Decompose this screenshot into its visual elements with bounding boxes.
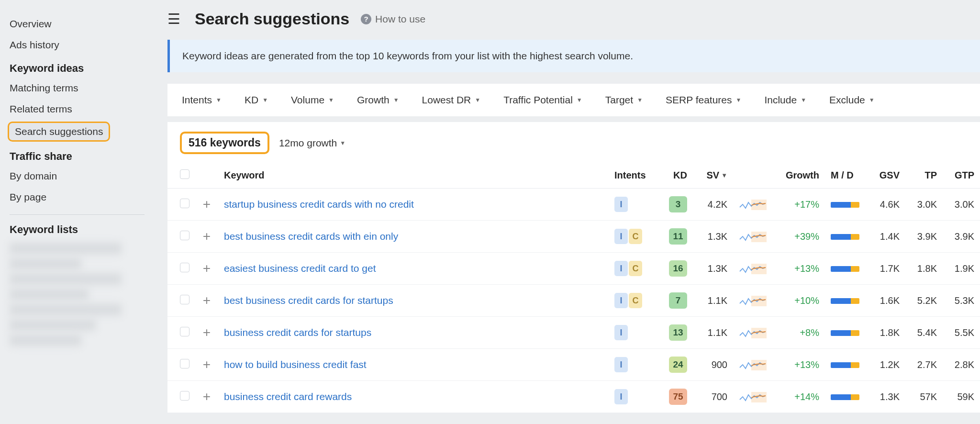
sparkline-icon (739, 390, 767, 403)
help-icon[interactable]: ? (361, 14, 371, 24)
table-row: +best business credit cards with ein onl… (167, 221, 980, 253)
col-kd[interactable]: KD (657, 163, 693, 189)
sidebar-item-by-domain[interactable]: By domain (10, 166, 153, 187)
col-sv[interactable]: SV▼ (693, 163, 733, 189)
row-checkbox[interactable] (180, 391, 189, 401)
row-checkbox[interactable] (180, 295, 189, 304)
expand-icon[interactable]: + (201, 229, 212, 244)
filter-target[interactable]: Target▼ (605, 94, 643, 106)
md-bar (831, 202, 859, 208)
filter-label: Exclude (829, 94, 865, 106)
how-to-use-link[interactable]: How to use (375, 13, 425, 25)
md-bar (831, 330, 859, 336)
gtp-value: 1.9K (943, 253, 980, 285)
growth-value: +39% (794, 231, 819, 242)
md-bar (831, 394, 859, 400)
sidebar-item-ads-history[interactable]: Ads history (10, 34, 153, 56)
growth-value: +8% (800, 327, 819, 338)
sparkline-icon (739, 326, 767, 339)
kd-badge: 24 (669, 357, 687, 373)
filter-traffic-potential[interactable]: Traffic Potential▼ (503, 94, 582, 106)
expand-icon[interactable]: + (201, 261, 212, 276)
row-checkbox[interactable] (180, 327, 189, 336)
intent-badge-c: C (629, 261, 642, 276)
sidebar-item-matching-terms[interactable]: Matching terms (10, 78, 153, 99)
page-title: Search suggestions (195, 10, 349, 28)
sidebar: Overview Ads history Keyword ideas Match… (0, 0, 153, 424)
md-bar (831, 298, 859, 304)
keyword-link[interactable]: best business credit cards for startups (224, 295, 393, 306)
filter-serp-features[interactable]: SERP features▼ (666, 94, 741, 106)
table-row: +startup business credit cards with no c… (167, 189, 980, 221)
growth-value: +17% (794, 199, 819, 210)
col-gsv[interactable]: GSV (868, 163, 905, 189)
gtp-value: 3.9K (943, 221, 980, 253)
sidebar-heading-keyword-ideas: Keyword ideas (10, 56, 153, 78)
sparkline-icon (739, 358, 767, 371)
col-keyword[interactable]: Keyword (218, 163, 609, 189)
filter-volume[interactable]: Volume▼ (291, 94, 334, 106)
col-md[interactable]: M / D (825, 163, 868, 189)
keyword-link[interactable]: easiest business credit card to get (224, 263, 376, 274)
gsv-value: 1.7K (868, 253, 905, 285)
chevron-down-icon: ▼ (577, 97, 582, 103)
filter-exclude[interactable]: Exclude▼ (829, 94, 875, 106)
sort-desc-icon: ▼ (721, 172, 727, 179)
hamburger-icon[interactable]: ☰ (167, 11, 180, 27)
sidebar-item-related-terms[interactable]: Related terms (10, 99, 153, 120)
filter-label: Lowest DR (422, 94, 471, 106)
col-gtp[interactable]: GTP (943, 163, 980, 189)
sidebar-heading-traffic-share: Traffic share (10, 144, 153, 166)
select-all-checkbox[interactable] (180, 169, 189, 179)
row-checkbox[interactable] (180, 199, 189, 208)
md-bar (831, 362, 859, 368)
keyword-link[interactable]: how to build business credit fast (224, 359, 367, 370)
row-checkbox[interactable] (180, 359, 189, 368)
md-bar (831, 266, 859, 272)
expand-icon[interactable]: + (201, 197, 212, 212)
filter-growth[interactable]: Growth▼ (357, 94, 399, 106)
keyword-link[interactable]: business credit cards for startups (224, 327, 371, 338)
gtp-value: 5.5K (943, 317, 980, 349)
sidebar-item-overview[interactable]: Overview (10, 13, 153, 34)
table-row: +how to build business credit fastI24900… (167, 349, 980, 381)
gsv-value: 1.4K (868, 221, 905, 253)
tp-value: 1.8K (905, 253, 943, 285)
gsv-value: 1.8K (868, 317, 905, 349)
keyword-link[interactable]: startup business credit cards with no cr… (224, 199, 414, 210)
blurred-list-item (10, 258, 81, 269)
col-growth[interactable]: Growth (772, 163, 825, 189)
row-checkbox[interactable] (180, 231, 189, 240)
expand-icon[interactable]: + (201, 325, 212, 340)
filter-label: Growth (357, 94, 390, 106)
expand-icon[interactable]: + (201, 357, 212, 372)
chevron-down-icon: ▼ (475, 97, 480, 103)
chevron-down-icon: ▼ (736, 97, 742, 103)
filter-lowest-dr[interactable]: Lowest DR▼ (422, 94, 481, 106)
col-tp[interactable]: TP (905, 163, 943, 189)
expand-icon[interactable]: + (201, 389, 212, 404)
sidebar-item-by-page[interactable]: By page (10, 187, 153, 208)
filter-include[interactable]: Include▼ (764, 94, 806, 106)
keyword-link[interactable]: best business credit cards with ein only (224, 231, 398, 242)
blurred-list-item (10, 243, 122, 254)
filter-kd[interactable]: KD▼ (245, 94, 268, 106)
intent-badge-i: I (614, 325, 628, 340)
tp-value: 3.9K (905, 221, 943, 253)
expand-icon[interactable]: + (201, 293, 212, 308)
kd-badge: 3 (669, 196, 687, 212)
filter-intents[interactable]: Intents▼ (182, 94, 222, 106)
growth-period-label: 12mo growth (279, 137, 337, 149)
gsv-value: 1.2K (868, 349, 905, 381)
col-intents[interactable]: Intents (609, 163, 657, 189)
sidebar-divider (10, 214, 145, 215)
chevron-down-icon: ▼ (393, 97, 399, 103)
table-row: +business credit card rewardsI75700+14%1… (167, 381, 980, 413)
sidebar-item-search-suggestions[interactable]: Search suggestions (8, 122, 110, 142)
growth-period-select[interactable]: 12mo growth▼ (279, 137, 345, 149)
gsv-value: 1.6K (868, 285, 905, 317)
keyword-link[interactable]: business credit card rewards (224, 391, 352, 402)
table-row: +easiest business credit card to getIC16… (167, 253, 980, 285)
gtp-value: 3.0K (943, 189, 980, 221)
row-checkbox[interactable] (180, 263, 189, 272)
